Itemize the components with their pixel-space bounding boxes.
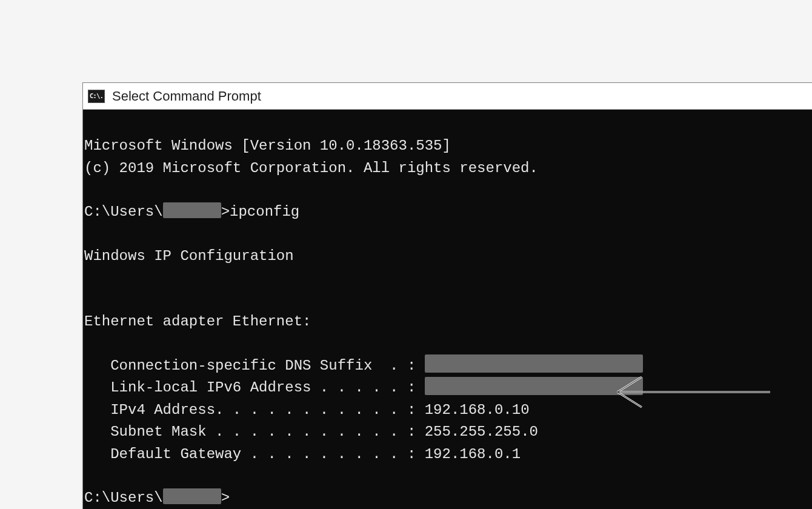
ipv6-label: Link-local IPv6 Address . . . . . : [84,379,425,396]
titlebar[interactable]: C:\. Select Command Prompt [83,83,812,110]
copyright-line: (c) 2019 Microsoft Corporation. All righ… [84,158,812,179]
prompt-suffix: > [221,490,230,506]
redacted-username [163,202,221,218]
prompt-suffix: > [221,204,230,220]
blank-line [84,179,812,201]
redacted-ipv6-value [425,377,643,395]
blank-line [84,465,812,487]
prompt-line-2: C:\Users\> [84,487,812,509]
window-title: Select Command Prompt [112,88,261,104]
dns-suffix-row: Connection-specific DNS Suffix . : [84,355,812,377]
ipv6-row: Link-local IPv6 Address . . . . . : [84,377,812,399]
gateway-row: Default Gateway . . . . . . . . . : 192.… [84,444,812,465]
redacted-dns-value [425,354,643,373]
gateway-label: Default Gateway . . . . . . . . . : [84,446,425,462]
ipv4-row: IPv4 Address. . . . . . . . . . . : 192.… [84,399,812,421]
ipconfig-header: Windows IP Configuration [84,245,812,267]
os-version-line: Microsoft Windows [Version 10.0.18363.53… [84,135,812,157]
blank-line [84,267,812,289]
cmd-icon: C:\. [88,90,105,103]
adapter-header: Ethernet adapter Ethernet: [84,311,812,333]
blank-line [84,224,812,245]
blank-line [84,333,812,355]
prompt-prefix: C:\Users\ [84,490,163,506]
subnet-value: 255.255.255.0 [425,424,538,440]
dns-suffix-label: Connection-specific DNS Suffix . : [84,358,425,374]
blank-line [84,289,812,311]
command-prompt-window: C:\. Select Command Prompt Microsoft Win… [82,82,812,509]
redacted-username [163,488,221,504]
prompt-prefix: C:\Users\ [84,204,163,220]
typed-command: ipconfig [230,204,299,220]
ipv4-label: IPv4 Address. . . . . . . . . . . : [84,402,425,418]
ipv4-value: 192.168.0.10 [425,402,530,418]
subnet-label: Subnet Mask . . . . . . . . . . . : [84,424,425,440]
gateway-value: 192.168.0.1 [425,446,521,462]
prompt-line-1: C:\Users\>ipconfig [84,201,812,223]
terminal-area[interactable]: Microsoft Windows [Version 10.0.18363.53… [83,110,812,509]
subnet-row: Subnet Mask . . . . . . . . . . . : 255.… [84,421,812,443]
